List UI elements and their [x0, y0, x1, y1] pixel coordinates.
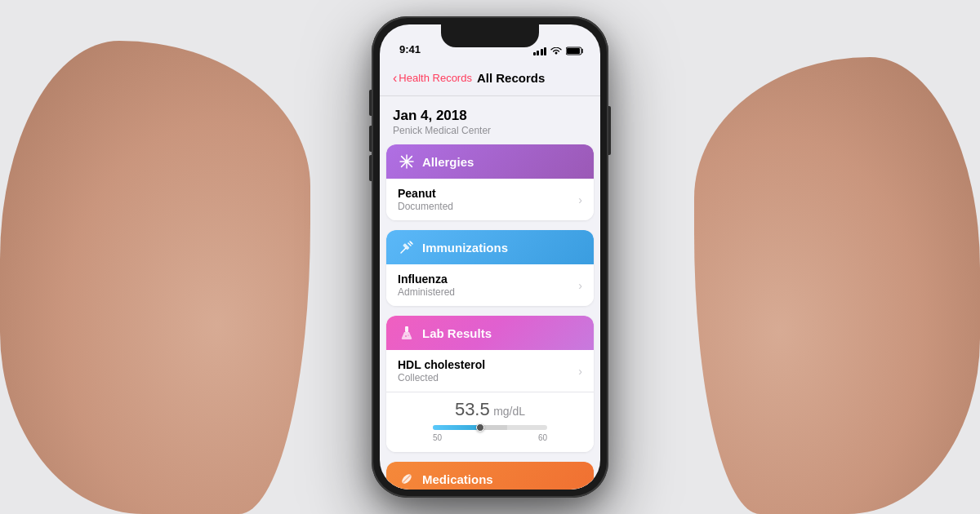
phone: 9:41	[372, 16, 608, 498]
lab-value-number: 53.5	[455, 399, 490, 419]
chevron-icon: ›	[578, 193, 582, 206]
allergies-label: Allergies	[422, 155, 474, 169]
lab-hdl-title: HDL cholesterol	[398, 358, 485, 371]
pill-icon	[398, 470, 416, 488]
allergy-peanut[interactable]: Peanut Documented ›	[386, 179, 594, 220]
medications-label: Medications	[422, 472, 493, 486]
record-date: Jan 4, 2018	[393, 108, 587, 124]
range-bar: 50 60	[433, 425, 547, 442]
allergy-peanut-sub: Documented	[398, 201, 453, 212]
svg-rect-1	[567, 48, 580, 54]
lab-value-area: 53.5 mg/dL 50 60	[386, 392, 594, 452]
status-icons	[533, 47, 585, 55]
range-fill	[433, 425, 479, 430]
allergies-header: Allergies	[386, 144, 594, 179]
svg-point-14	[405, 335, 407, 337]
svg-point-11	[411, 242, 412, 244]
immunization-influenza[interactable]: Influenza Administered ›	[386, 264, 594, 306]
immunization-influenza-title: Influenza	[398, 273, 455, 286]
range-track	[433, 425, 547, 430]
immunization-influenza-text: Influenza Administered	[398, 273, 455, 298]
lab-hdl-text: HDL cholesterol Collected	[398, 358, 485, 383]
back-label: Health Records	[399, 72, 472, 84]
snowflake-icon	[398, 153, 416, 171]
lab-hdl[interactable]: HDL cholesterol Collected ›	[386, 350, 594, 392]
screen: 9:41	[380, 24, 600, 490]
range-min: 50	[433, 433, 442, 442]
medications-card: Medications Albuterol HFA 90mcg Prescrib…	[386, 462, 594, 490]
allergies-card: Allergies Peanut Documented ›	[386, 144, 594, 220]
svg-line-7	[401, 248, 406, 253]
nav-title: All Records	[477, 71, 545, 85]
immunizations-card: Immunizations Influenza Administered ›	[386, 230, 594, 306]
battery-icon	[566, 47, 584, 55]
svg-point-15	[408, 335, 409, 336]
notch	[441, 24, 539, 47]
chevron-icon: ›	[578, 279, 582, 292]
hand-right	[694, 57, 980, 514]
allergy-peanut-title: Peanut	[398, 187, 453, 200]
date-section: Jan 4, 2018 Penick Medical Center	[380, 96, 600, 144]
nav-bar: ‹ Health Records All Records	[380, 60, 600, 96]
allergy-peanut-text: Peanut Documented	[398, 187, 453, 212]
lab-icon	[398, 324, 416, 342]
scene: 9:41	[0, 0, 980, 514]
back-chevron-icon: ‹	[393, 71, 397, 86]
range-marker	[476, 423, 484, 432]
immunizations-label: Immunizations	[422, 241, 508, 255]
status-time: 9:41	[396, 43, 421, 55]
lab-value-unit: mg/dL	[493, 405, 525, 418]
hand-left	[0, 41, 310, 514]
lab-results-label: Lab Results	[422, 326, 492, 340]
svg-point-6	[405, 160, 408, 163]
lab-results-card: Lab Results HDL cholesterol Collected › …	[386, 316, 594, 452]
immunizations-header: Immunizations	[386, 230, 594, 264]
range-max: 60	[538, 433, 547, 442]
wifi-icon	[550, 47, 562, 55]
immunization-influenza-sub: Administered	[398, 286, 455, 298]
syringe-icon	[398, 238, 416, 256]
lab-results-header: Lab Results	[386, 316, 594, 350]
signal-icon	[533, 47, 547, 55]
content-scroll[interactable]: Jan 4, 2018 Penick Medical Center	[380, 96, 600, 490]
svg-line-10	[408, 243, 411, 246]
range-labels: 50 60	[433, 433, 547, 442]
chevron-icon: ›	[578, 365, 582, 378]
lab-hdl-sub: Collected	[398, 372, 485, 383]
back-button[interactable]: ‹ Health Records	[393, 71, 472, 86]
facility-name: Penick Medical Center	[393, 125, 587, 136]
medications-header: Medications	[386, 462, 594, 490]
